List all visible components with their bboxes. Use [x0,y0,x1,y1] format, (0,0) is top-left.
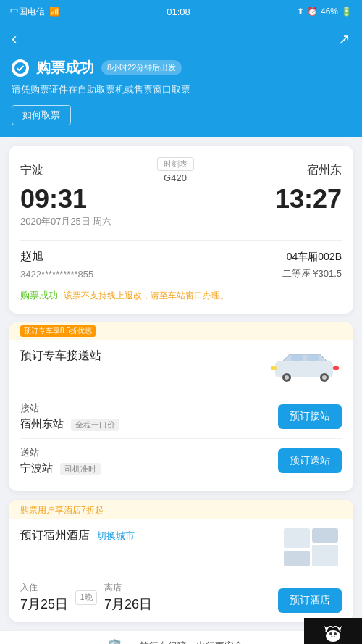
header-title-row: 购票成功 8小时22分钟后出发 [12,58,350,78]
main-content: 宁波 时刻表 G420 宿州东 09:31 13:27 2020年07月25日 … [0,137,362,630]
checkin-value: 7月25日 [20,595,68,613]
passenger-row: 赵旭 04车厢002B [20,249,342,264]
hotel-img-block-2 [284,551,310,566]
time-badge: 8小时22分钟后出发 [101,60,182,75]
checkout-group: 离店 7月26日 [104,582,152,613]
header-nav: ‹ ↗ [12,30,350,48]
checkin-label: 入住 [20,582,68,594]
hotel-title-group: 预订宿州酒店 切换城市 [20,528,135,543]
hotel-img-block-3 [312,528,338,543]
schedule-label: 时刻表 [157,157,194,171]
svg-point-10 [326,630,340,642]
battery-icon: 🔋 [341,7,352,17]
seat-car: 04车厢002B [287,251,342,264]
nights-badge: 1晚 [75,590,97,605]
route-center: 时刻表 G420 [157,157,194,183]
hotel-img-block-1 [284,528,310,548]
ticket-status-row: 购票成功 该票不支持线上退改，请至车站窗口办理。 [20,289,342,302]
svg-rect-9 [333,366,339,370]
hotel-card-body: 预订宿州酒店 切换城市 入住 [9,519,353,622]
page-title: 购票成功 [36,58,94,78]
header: ‹ ↗ 购票成功 8小时22分钟后出发 请凭购票证件在自助取票机或售票窗口取票 … [0,23,362,137]
hotel-img-block-4 [312,545,338,566]
hotel-img-col-2 [312,528,338,572]
status-right: ⬆ ⏰ 46% 🔋 [297,7,352,17]
route-time: 09:31 13:27 [20,186,342,212]
pickup-station: 宿州东站 [20,417,64,430]
status-bar: 中国电信 📶 01:08 ⬆ ⏰ 46% 🔋 [0,0,362,23]
switch-city-button[interactable]: 切换城市 [97,530,135,541]
ticket-route: 宁波 时刻表 G420 宿州东 [20,157,342,183]
pickup-info: 接站 宿州东站 全程一口价 [20,402,119,431]
hotel-title-row: 预订宿州酒店 切换城市 [20,528,342,572]
dropoff-tag: 司机准时 [60,463,101,475]
battery-text: 46% [321,7,338,17]
svg-rect-2 [291,355,303,361]
banner-text: — 旅行有保障，出行更安全 — [128,640,256,644]
back-button[interactable]: ‹ [12,31,17,47]
share-button[interactable]: ↗ [338,30,350,48]
divider [20,240,342,241]
svg-point-0 [14,62,26,74]
depart-time: 09:31 [20,186,87,212]
train-number: G420 [164,172,187,183]
how-to-button[interactable]: 如何取票 [12,105,71,125]
car-service-title: 预订专车接送站 [20,348,101,364]
checkout-value: 7月26日 [104,595,152,613]
status-left: 中国电信 📶 [10,6,60,18]
ticket-card: 宁波 时刻表 G420 宿州东 09:31 13:27 2020年07月25日 … [9,146,353,314]
hotel-card-header: 购票用户享酒店7折起 [9,500,353,519]
hotel-image [284,528,342,572]
arrive-time: 13:27 [275,186,342,212]
checkin-group: 入住 7月25日 [20,582,68,613]
dropoff-option: 送站 宁波站 司机准时 预订送站 [20,438,342,482]
header-subtitle: 请凭购票证件在自助取票机或售票窗口取票 [12,83,350,96]
car-service-header: 预订专车享8.5折优惠 [9,322,353,340]
svg-rect-3 [307,355,319,361]
success-icon [12,59,29,77]
wifi-icon: 📶 [49,7,60,17]
status-time: 01:08 [167,7,190,17]
ticket-status-text: 购票成功 [20,289,58,302]
shield-icon: 🛡️ [106,638,122,644]
dropoff-station-row: 宁波站 司机准时 [20,461,101,475]
hotel-promo-tag: 购票用户享酒店7折起 [20,505,104,515]
hotel-card: 购票用户享酒店7折起 预订宿州酒店 切换城市 [9,500,353,622]
pickup-tag: 全程一口价 [71,419,119,431]
car-title-row: 预订专车接送站 [20,348,342,385]
checkout-label: 离店 [104,582,152,594]
dropoff-label: 送站 [20,446,101,459]
dropoff-station: 宁波站 [20,461,53,474]
passenger-name: 赵旭 [20,249,43,264]
to-city: 宿州东 [307,163,342,178]
pickup-option: 接站 宿州东站 全程一口价 预订接站 [20,395,342,438]
hotel-book-button[interactable]: 预订酒店 [278,588,342,613]
location-icon: ⬆ [297,7,304,17]
id-number: 3422**********855 [20,269,93,280]
hotel-dates-row: 入住 7月25日 1晚 离店 7月26日 预订酒店 [20,582,342,613]
pickup-label: 接站 [20,402,119,415]
car-image [269,348,342,385]
hotel-title: 预订宿州酒店 [20,529,90,541]
black-cat-icon [322,623,344,643]
id-seat-row: 3422**********855 二等座 ¥301.5 [20,267,342,280]
pickup-book-button[interactable]: 预订接站 [278,404,342,429]
dropoff-book-button[interactable]: 预订送站 [278,448,342,473]
alarm-icon: ⏰ [307,7,318,17]
black-cat-logo: 黑猫 BLACK CAT [304,618,362,644]
pickup-station-row: 宿州东站 全程一口价 [20,417,119,431]
ticket-notice: 该票不支持线上退改，请至车站窗口办理。 [64,290,342,302]
svg-rect-8 [271,366,277,370]
hotel-img-col-1 [284,528,310,572]
dropoff-info: 送站 宁波站 司机准时 [20,446,101,475]
svg-point-11 [329,632,332,635]
route-date: 2020年07月25日 周六 [20,215,342,228]
car-service-card: 预订专车享8.5折优惠 预订专车接送站 [9,322,353,491]
carrier-text: 中国电信 [10,6,45,18]
svg-point-5 [285,375,289,380]
svg-point-7 [322,375,327,380]
svg-point-12 [334,632,337,635]
seat-class: 二等座 ¥301.5 [282,267,342,280]
car-service-body: 预订专车接送站 [9,340,353,491]
car-promo-tag: 预订专车享8.5折优惠 [20,325,96,337]
